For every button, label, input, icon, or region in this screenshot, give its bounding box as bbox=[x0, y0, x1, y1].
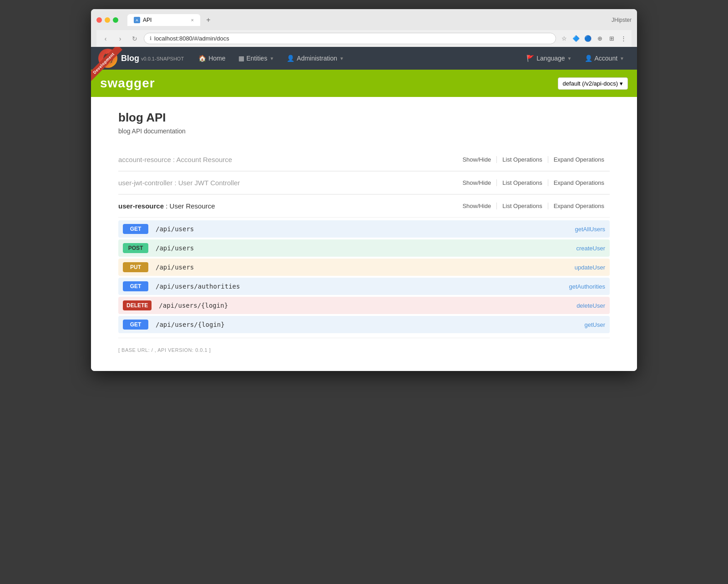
list-ops-jwt[interactable]: List Operations bbox=[496, 179, 547, 186]
tab-title: API bbox=[143, 17, 152, 23]
path-get-authorities: /api/users/authorities bbox=[156, 283, 569, 290]
brand-area: 🧑 Blog v0.0.1-SNAPSHOT bbox=[98, 49, 184, 68]
swagger-select-label: default (/v2/api-docs) bbox=[563, 80, 618, 87]
resource-header-jwt: user-jwt-controller : User JWT Controlle… bbox=[118, 172, 610, 194]
active-tab[interactable]: A API × bbox=[127, 14, 200, 26]
brand-name[interactable]: Blog bbox=[121, 54, 139, 63]
path-put-users: /api/users bbox=[156, 264, 575, 271]
method-badge-get2: GET bbox=[123, 281, 148, 291]
language-icon: 🚩 bbox=[526, 55, 534, 62]
path-post-users: /api/users bbox=[156, 244, 576, 252]
resource-actions-user: Show/Hide List Operations Expand Operati… bbox=[457, 203, 610, 209]
nav-right: 🚩 Language ▼ 👤 Account ▼ bbox=[521, 48, 630, 68]
op-name-get-authorities[interactable]: getAuthorities bbox=[569, 283, 606, 290]
resource-actions-account: Show/Hide List Operations Expand Operati… bbox=[457, 156, 610, 163]
api-description: blog API documentation bbox=[118, 127, 610, 135]
nav-wrapper: Development 🧑 Blog v0.0.1-SNAPSHOT 🏠 Hom… bbox=[91, 47, 637, 70]
back-button[interactable]: ‹ bbox=[100, 33, 111, 44]
url-text: localhost:8080/#/admin/docs bbox=[154, 35, 229, 42]
resource-section-jwt: user-jwt-controller : User JWT Controlle… bbox=[118, 172, 610, 195]
avatar-image: 🧑 bbox=[98, 49, 117, 68]
expand-ops-user[interactable]: Expand Operations bbox=[548, 203, 610, 209]
account-chevron: ▼ bbox=[620, 56, 624, 61]
expand-ops-jwt[interactable]: Expand Operations bbox=[548, 179, 610, 186]
show-hide-account[interactable]: Show/Hide bbox=[457, 156, 496, 163]
nav-administration-label: Administration bbox=[297, 55, 337, 62]
resource-header-account: account-resource : Account Resource Show… bbox=[118, 148, 610, 171]
list-ops-account[interactable]: List Operations bbox=[496, 156, 547, 163]
method-badge-get3: GET bbox=[123, 320, 148, 330]
operation-put-users[interactable]: PUT /api/users updateUser bbox=[118, 259, 610, 276]
nav-language[interactable]: 🚩 Language ▼ bbox=[521, 48, 577, 68]
path-get-user: /api/users/{login} bbox=[156, 321, 584, 328]
resource-name-user: user-resource : User Resource bbox=[118, 202, 457, 210]
nav-home[interactable]: 🏠 Home bbox=[193, 48, 231, 68]
resource-suffix-account: Account Resource bbox=[177, 156, 233, 163]
more-icon[interactable]: ⋮ bbox=[619, 34, 628, 43]
nav-language-label: Language bbox=[536, 55, 565, 62]
refresh-button[interactable]: ↻ bbox=[129, 33, 140, 44]
op-name-get-all-users[interactable]: getAllUsers bbox=[575, 226, 605, 233]
nav-home-label: Home bbox=[208, 55, 225, 62]
method-badge-put: PUT bbox=[123, 262, 148, 272]
toolbar-actions: ☆ 🔷 🔵 ⊕ ⊞ ⋮ bbox=[560, 34, 628, 43]
show-hide-jwt[interactable]: Show/Hide bbox=[457, 179, 496, 186]
tab-favicon: A bbox=[134, 17, 140, 23]
browser-window: A API × + JHipster ‹ › ↻ ℹ localhost:808… bbox=[91, 9, 637, 371]
browser-chrome: A API × + JHipster ‹ › ↻ ℹ localhost:808… bbox=[91, 9, 637, 47]
op-name-get-user[interactable]: getUser bbox=[584, 321, 605, 328]
tab-bar: A API × + bbox=[127, 14, 215, 26]
op-name-update-user[interactable]: updateUser bbox=[575, 264, 605, 271]
show-hide-user[interactable]: Show/Hide bbox=[457, 203, 496, 209]
method-badge-post: POST bbox=[123, 243, 148, 253]
extension1-icon[interactable]: 🔷 bbox=[571, 34, 581, 43]
close-traffic-light[interactable] bbox=[96, 17, 102, 23]
browser-toolbar: ‹ › ↻ ℹ localhost:8080/#/admin/docs ☆ 🔷 … bbox=[96, 30, 632, 47]
home-icon: 🏠 bbox=[198, 55, 206, 62]
entities-icon: ▦ bbox=[238, 55, 244, 62]
bookmark-icon[interactable]: ☆ bbox=[560, 34, 569, 43]
nav-account[interactable]: 👤 Account ▼ bbox=[579, 48, 630, 68]
main-content: blog API blog API documentation account-… bbox=[91, 97, 637, 371]
resource-separator-jwt: : bbox=[174, 179, 178, 187]
new-tab-button[interactable]: + bbox=[202, 14, 215, 26]
resource-prefix-user: user-resource bbox=[118, 202, 164, 210]
extension4-icon[interactable]: ⊞ bbox=[607, 34, 616, 43]
resource-section-user: user-resource : User Resource Show/Hide … bbox=[118, 195, 610, 338]
operation-delete-user[interactable]: DELETE /api/users/{login} deleteUser bbox=[118, 297, 610, 314]
resource-suffix-jwt: User JWT Controller bbox=[178, 179, 240, 187]
operation-get-authorities[interactable]: GET /api/users/authorities getAuthoritie… bbox=[118, 278, 610, 295]
minimize-traffic-light[interactable] bbox=[105, 17, 110, 23]
operation-post-users[interactable]: POST /api/users createUser bbox=[118, 239, 610, 257]
app-nav: 🧑 Blog v0.0.1-SNAPSHOT 🏠 Home ▦ Entities… bbox=[91, 47, 637, 70]
resource-section-account: account-resource : Account Resource Show… bbox=[118, 148, 610, 172]
extension2-icon[interactable]: 🔵 bbox=[583, 34, 592, 43]
tab-close-button[interactable]: × bbox=[191, 17, 194, 23]
list-ops-user[interactable]: List Operations bbox=[496, 203, 547, 209]
nav-account-label: Account bbox=[595, 55, 618, 62]
operation-get-user[interactable]: GET /api/users/{login} getUser bbox=[118, 316, 610, 333]
entities-chevron: ▼ bbox=[269, 56, 274, 61]
api-footer: [ BASE URL: / , API VERSION: 0.0.1 ] bbox=[118, 347, 610, 353]
swagger-select[interactable]: default (/v2/api-docs) ▾ bbox=[558, 77, 628, 90]
address-bar[interactable]: ℹ localhost:8080/#/admin/docs bbox=[144, 33, 556, 44]
nav-administration[interactable]: 👤 Administration ▼ bbox=[281, 48, 349, 68]
maximize-traffic-light[interactable] bbox=[113, 17, 118, 23]
path-delete-user: /api/users/{login} bbox=[159, 302, 576, 309]
administration-chevron: ▼ bbox=[339, 56, 344, 61]
resource-actions-jwt: Show/Hide List Operations Expand Operati… bbox=[457, 179, 610, 186]
op-name-delete-user[interactable]: deleteUser bbox=[576, 302, 605, 309]
method-badge-get1: GET bbox=[123, 224, 148, 234]
brand-avatar: 🧑 bbox=[98, 49, 117, 68]
resource-separator-account: : bbox=[173, 156, 177, 163]
resource-name-account: account-resource : Account Resource bbox=[118, 156, 457, 163]
nav-entities[interactable]: ▦ Entities ▼ bbox=[233, 48, 280, 68]
op-name-create-user[interactable]: createUser bbox=[576, 245, 605, 252]
expand-ops-account[interactable]: Expand Operations bbox=[548, 156, 610, 163]
title-bar: A API × + JHipster bbox=[96, 14, 632, 26]
administration-icon: 👤 bbox=[287, 55, 294, 62]
forward-button[interactable]: › bbox=[115, 33, 126, 44]
resource-header-user: user-resource : User Resource Show/Hide … bbox=[118, 195, 610, 218]
extension3-icon[interactable]: ⊕ bbox=[595, 34, 604, 43]
operation-get-all-users[interactable]: GET /api/users getAllUsers bbox=[118, 220, 610, 238]
